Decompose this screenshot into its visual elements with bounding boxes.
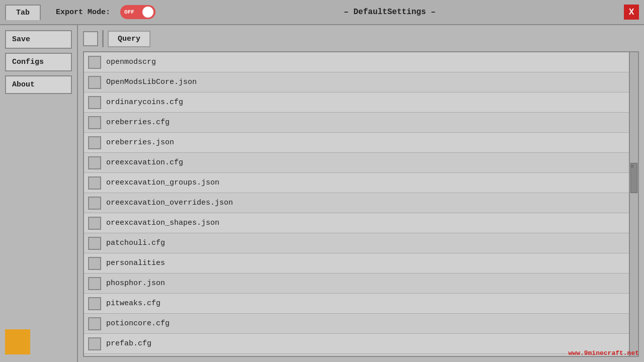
file-checkbox[interactable]: [88, 277, 101, 290]
file-name: oreexcavation_groups.json: [106, 178, 219, 187]
file-row: oreexcavation_groups.json: [84, 173, 629, 193]
file-list: openmodscrgOpenModsLibCore.jsonordinaryc…: [84, 52, 629, 356]
file-row: openmodscrg: [84, 52, 629, 72]
file-checkbox[interactable]: [88, 96, 101, 109]
toggle-knob: [142, 7, 153, 18]
file-name: oreexcavation.cfg: [106, 158, 183, 167]
divider-bar: [102, 30, 104, 47]
file-checkbox[interactable]: [88, 297, 101, 310]
toggle-off-text: OFF: [124, 9, 134, 15]
file-checkbox[interactable]: [88, 76, 101, 89]
file-name: prefab.cfg: [106, 339, 151, 348]
sidebar: Save Configs About: [0, 25, 78, 362]
file-row: quark.cfg: [84, 354, 629, 356]
file-row: prefab.cfg: [84, 334, 629, 354]
file-name: oreberries.cfg: [106, 118, 170, 127]
file-checkbox[interactable]: [88, 136, 101, 149]
query-button[interactable]: Query: [108, 31, 150, 47]
query-checkbox[interactable]: [83, 31, 98, 46]
file-checkbox[interactable]: [88, 237, 101, 250]
file-list-container: openmodscrgOpenModsLibCore.jsonordinaryc…: [83, 51, 639, 357]
file-checkbox[interactable]: [88, 217, 101, 230]
file-name: oreexcavation_overrides.json: [106, 199, 233, 207]
file-name: ordinarycoins.cfg: [106, 98, 183, 107]
scrollbar-track[interactable]: ≡: [629, 52, 638, 356]
about-button[interactable]: About: [5, 75, 72, 94]
file-name: potioncore.cfg: [106, 319, 170, 328]
query-row: Query: [83, 30, 639, 47]
main-layout: Save Configs About Query openmodscrgOpen…: [0, 25, 644, 362]
file-row: oreexcavation_overrides.json: [84, 193, 629, 213]
file-checkbox[interactable]: [88, 197, 101, 210]
file-checkbox[interactable]: [88, 317, 101, 330]
file-row: potioncore.cfg: [84, 314, 629, 334]
tab-button[interactable]: Tab: [5, 5, 41, 20]
file-name: OpenModsLibCore.json: [106, 78, 197, 86]
file-row: pitweaks.cfg: [84, 294, 629, 314]
content-area: Query openmodscrgOpenModsLibCore.jsonord…: [78, 25, 644, 362]
file-name: oreexcavation_shapes.json: [106, 219, 219, 227]
top-bar: Tab Export Mode: OFF – DefaultSettings –…: [0, 0, 644, 25]
settings-title: – DefaultSettings –: [166, 8, 614, 17]
file-name: oreberries.json: [106, 138, 174, 147]
file-name: personalities: [106, 259, 165, 267]
file-row: oreexcavation_shapes.json: [84, 213, 629, 233]
file-checkbox[interactable]: [88, 116, 101, 129]
file-row: oreexcavation.cfg: [84, 153, 629, 173]
export-mode-label: Export Mode:: [56, 8, 110, 17]
file-row: ordinarycoins.cfg: [84, 93, 629, 113]
file-name: pitweaks.cfg: [106, 299, 160, 308]
file-checkbox[interactable]: [88, 337, 101, 350]
file-checkbox[interactable]: [88, 176, 101, 190]
file-name: openmodscrg: [106, 58, 156, 66]
configs-button[interactable]: Configs: [5, 53, 72, 71]
export-mode-toggle[interactable]: OFF: [120, 5, 155, 19]
file-checkbox[interactable]: [88, 56, 101, 69]
file-row: oreberries.cfg: [84, 113, 629, 133]
file-name: phosphor.json: [106, 279, 165, 288]
file-row: phosphor.json: [84, 274, 629, 294]
save-button[interactable]: Save: [5, 30, 72, 49]
file-row: oreberries.json: [84, 133, 629, 153]
file-checkbox[interactable]: [88, 156, 101, 169]
orange-block: [5, 329, 30, 354]
scrollbar-thumb: ≡: [630, 163, 637, 193]
sidebar-spacer: [5, 98, 72, 325]
close-button[interactable]: X: [624, 5, 639, 20]
file-row: personalities: [84, 253, 629, 274]
file-row: patchouli.cfg: [84, 233, 629, 253]
file-row: OpenModsLibCore.json: [84, 72, 629, 93]
file-name: patchouli.cfg: [106, 239, 165, 247]
file-checkbox[interactable]: [88, 257, 101, 270]
watermark: www.9minecraft.net: [569, 349, 639, 357]
scrollbar-dots: ≡: [631, 164, 637, 169]
